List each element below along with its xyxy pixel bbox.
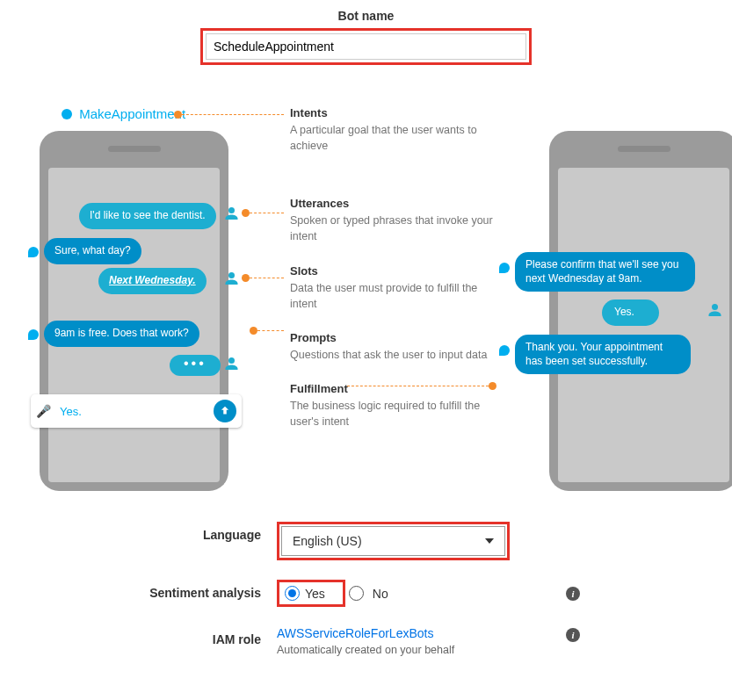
- iam-role-link[interactable]: AWSServiceRoleForLexBots: [277, 626, 433, 640]
- sentiment-yes-label: Yes: [305, 587, 325, 601]
- bot-icon: [28, 329, 39, 340]
- user-icon: [224, 207, 239, 220]
- chat-bubble-user: Yes.: [602, 299, 659, 326]
- def-prompts: Prompts Questions that ask the user to i…: [290, 331, 496, 363]
- def-body: Questions that ask the user to input dat…: [290, 347, 496, 363]
- bot-icon: [499, 263, 510, 273]
- def-title: Utterances: [290, 197, 496, 210]
- phone-mock-left: [40, 131, 228, 491]
- connector-dot: [242, 209, 250, 217]
- chevron-down-icon: [485, 538, 494, 544]
- concept-diagram: MakeAppointment I'd like to see the dent…: [18, 113, 714, 500]
- chat-bubble-typing: •••: [170, 355, 221, 376]
- chat-bubble-bot: Please confirm that we'll see you next W…: [515, 252, 695, 292]
- connector-dot: [250, 327, 257, 335]
- sentiment-yes-radio[interactable]: [285, 586, 300, 601]
- chat-bubble-user: Next Wednesday.: [98, 268, 207, 294]
- bot-name-input[interactable]: [206, 33, 526, 60]
- language-label: Language: [114, 522, 277, 542]
- connector-dot: [174, 111, 182, 119]
- chat-bubble-bot: 9am is free. Does that work?: [44, 321, 199, 347]
- sentiment-no-radio[interactable]: [349, 586, 364, 601]
- info-icon[interactable]: i: [566, 628, 580, 642]
- bot-name-highlight: [200, 28, 532, 65]
- language-highlight: English (US): [277, 522, 510, 560]
- user-icon: [224, 357, 239, 370]
- bot-icon: [499, 345, 510, 356]
- def-fulfillment: Fulfillment The business logic required …: [290, 382, 496, 429]
- def-utterances: Utterances Spoken or typed phrases that …: [290, 197, 496, 244]
- connector-dot: [242, 274, 250, 282]
- sentiment-label: Sentiment analysis: [114, 580, 277, 600]
- def-body: Spoken or typed phrases that invoke your…: [290, 213, 496, 244]
- def-intents: Intents A particular goal that the user …: [290, 106, 496, 154]
- language-value: English (US): [293, 534, 362, 548]
- bot-icon: [60, 107, 75, 122]
- chat-input-value: Yes.: [60, 405, 82, 418]
- def-body: A particular goal that the user wants to…: [290, 122, 496, 154]
- user-icon: [707, 304, 722, 316]
- sentiment-highlight: Yes: [277, 580, 345, 607]
- def-body: The business logic required to fulfill t…: [290, 398, 496, 429]
- sentiment-no-label: No: [373, 587, 388, 601]
- chat-bubble-user: I'd like to see the dentist.: [79, 203, 216, 229]
- microphone-icon: 🎤: [36, 404, 51, 418]
- send-icon[interactable]: [214, 400, 236, 422]
- make-appointment-text: MakeAppointment: [79, 106, 185, 121]
- def-title: Slots: [290, 264, 496, 278]
- user-icon: [224, 272, 239, 285]
- language-select[interactable]: English (US): [281, 526, 505, 556]
- def-slots: Slots Data the user must provide to fulf…: [290, 264, 496, 312]
- info-icon[interactable]: i: [566, 587, 580, 601]
- def-title: Intents: [290, 106, 496, 119]
- make-appointment-heading: MakeAppointment: [62, 106, 185, 121]
- bot-icon: [28, 247, 39, 257]
- chat-input-bar[interactable]: 🎤 Yes.: [31, 394, 242, 428]
- iam-role-helper: Automatically created on your behalf: [277, 644, 576, 656]
- def-body: Data the user must provide to fulfill th…: [290, 280, 496, 312]
- bot-name-label: Bot name: [18, 9, 714, 23]
- def-title: Fulfillment: [290, 382, 496, 395]
- chat-bubble-bot: Sure, what day?: [44, 238, 141, 264]
- chat-bubble-bot: Thank you. Your appointment has been set…: [515, 335, 691, 374]
- def-title: Prompts: [290, 331, 496, 344]
- iam-role-label: IAM role: [114, 626, 277, 646]
